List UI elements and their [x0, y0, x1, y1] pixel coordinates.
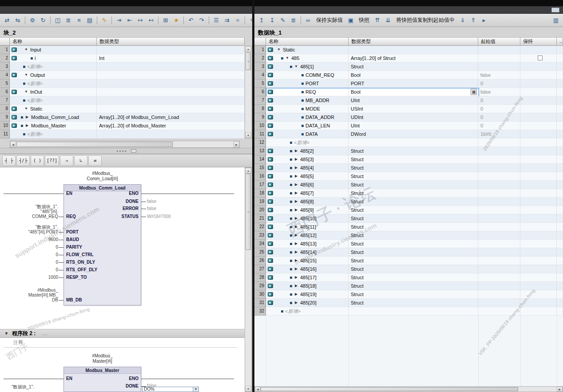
table-row[interactable]: 9▶Modbus_Comm_LoadArray[1..20] of Modbus… — [0, 113, 245, 122]
table-row[interactable]: 21▶485[10]Struct — [254, 214, 563, 223]
network-2-header[interactable]: ▼程序段 2 :.... — [0, 329, 245, 338]
start-value[interactable] — [478, 240, 520, 248]
expand-icon[interactable]: ▶ — [294, 198, 298, 206]
network-comment[interactable]: 注释 — [13, 339, 23, 346]
dropdown-arrow-icon[interactable]: ▼ — [193, 387, 198, 392]
pin-value[interactable]: false — [147, 206, 156, 211]
table-row[interactable]: 22▶485[11]Struct — [254, 223, 563, 231]
absolute-operands-icon[interactable]: ≈ — [233, 16, 242, 25]
expand-icon[interactable]: ▶ — [294, 155, 298, 163]
start-value[interactable]: 0 — [478, 122, 520, 130]
table-row[interactable]: 13▶485[2]Struct — [254, 147, 563, 155]
table-row[interactable]: 1▼Input — [0, 46, 245, 54]
column-header[interactable]: 数据类型 — [349, 37, 478, 46]
table-row[interactable]: 11DATADWord16#0 — [254, 130, 563, 139]
split-editor-icon[interactable]: ◫ — [53, 16, 63, 25]
start-value[interactable] — [478, 214, 520, 223]
operand[interactable]: "数据块_1"."485"[#i].PORT — [6, 225, 58, 234]
column-header[interactable]: 起始值 — [478, 37, 520, 46]
column-header[interactable]: 名称 — [266, 37, 349, 46]
start-value[interactable] — [478, 265, 520, 273]
table-row[interactable]: 15▶485[4]Struct — [254, 164, 563, 172]
table-row[interactable]: 24▶485[13]Struct — [254, 240, 563, 248]
scroll-thumb[interactable] — [16, 142, 173, 147]
table-row[interactable]: 14▶485[3]Struct — [254, 155, 563, 164]
db-hscrollbar[interactable]: ◀▶ — [254, 386, 563, 392]
expand-icon[interactable]: ▶ — [294, 299, 298, 307]
column-header[interactable]: 数据类型 — [97, 37, 245, 46]
comment-icon[interactable]: ✎ — [99, 16, 109, 25]
table-row[interactable]: 27▶485[16]Struct — [254, 265, 563, 273]
table-row[interactable]: 2iInt — [0, 54, 245, 63]
table-row[interactable]: 19▶485[8]Struct — [254, 198, 563, 206]
start-value[interactable]: 0 — [478, 113, 520, 122]
start-value[interactable] — [478, 299, 520, 307]
snapshot-camera-icon[interactable]: ▣ — [346, 16, 356, 25]
pin-value[interactable]: W#16#7000 — [147, 214, 171, 219]
start-value[interactable] — [478, 139, 520, 147]
instance-label[interactable]: Master[#i] — [63, 359, 141, 364]
start-value[interactable] — [478, 198, 520, 206]
sync-online-icon[interactable]: ↻ — [38, 16, 48, 25]
panel-divider[interactable] — [252, 0, 254, 392]
start-value[interactable]: false — [478, 88, 520, 96]
expand-icon[interactable]: ▶ — [294, 164, 298, 172]
table-row[interactable]: 3<新增> — [0, 63, 245, 71]
table-row[interactable]: 8▼Static — [0, 105, 245, 113]
scroll-thumb[interactable]: ≡ — [246, 174, 251, 250]
table-row[interactable]: 5PORTPORT0 — [254, 79, 563, 88]
collapse-icon[interactable]: ▼ — [285, 54, 289, 62]
operand[interactable]: 1000 — [6, 275, 58, 280]
expand-icon[interactable]: ▶ — [294, 290, 298, 298]
insert-input-icon[interactable]: ⇥ — [114, 16, 124, 25]
scroll-right-icon[interactable]: ▶ — [557, 387, 563, 392]
edit-mode-icon[interactable]: ✎ — [278, 16, 288, 25]
expand-icon[interactable]: ▶ — [294, 214, 298, 222]
copy-actuals-to-snapshots-icon[interactable]: ⇊ — [383, 16, 393, 25]
update-block-call-icon[interactable]: ⇆ — [13, 16, 23, 25]
collapse-icon[interactable]: ▼ — [24, 88, 28, 96]
insert-network-icon[interactable]: ≣ — [63, 16, 73, 25]
table-row[interactable]: 8MODEUSInt0 — [254, 105, 563, 113]
table-row[interactable]: 17▶485[6]Struct — [254, 181, 563, 189]
start-value[interactable] — [478, 248, 520, 257]
operand[interactable]: #Modbus_Master[#i].MB_DB — [6, 288, 58, 302]
table-row[interactable]: 9DATA_ADDRUDInt0 — [254, 113, 563, 122]
column-header[interactable]: ... — [557, 37, 563, 46]
compile-icon[interactable]: ⚙ — [28, 16, 37, 25]
start-value[interactable]: 0 — [478, 105, 520, 113]
start-value[interactable] — [478, 147, 520, 155]
start-value[interactable]: 0 — [478, 79, 520, 88]
load-start-values-icon[interactable]: ⇓ — [458, 16, 468, 25]
table-row[interactable]: 18▶485[7]Struct — [254, 189, 563, 198]
start-value[interactable] — [478, 206, 520, 214]
table-row[interactable]: 23▶485[12]Struct — [254, 231, 563, 240]
operand-dropdown[interactable]: DO%▼ — [142, 387, 199, 392]
operand[interactable]: "数据块_1". — [12, 384, 34, 389]
expand-icon[interactable]: ▶ — [25, 113, 29, 121]
call-structure-icon[interactable]: ☰ — [211, 16, 221, 25]
window-control-icon[interactable] — [551, 8, 559, 12]
editor-splitter[interactable] — [0, 148, 253, 154]
snapshot-button[interactable]: 快照 — [357, 16, 372, 25]
table-row[interactable]: 6▼InOut — [0, 88, 245, 96]
append-row-icon[interactable]: ↧ — [267, 16, 277, 25]
expand-icon[interactable]: ▶ — [294, 248, 298, 256]
table-row[interactable]: 6REQBoolfalse▦ — [254, 88, 563, 96]
monitor-all-icon[interactable]: ∞ — [303, 16, 313, 25]
interface-vscrollbar[interactable]: ▲▼≡ — [245, 46, 252, 139]
table-row[interactable]: 7<新增> — [0, 96, 245, 105]
scroll-down-icon[interactable]: ▼ — [245, 132, 251, 138]
start-value[interactable]: 16#0 — [478, 130, 520, 139]
table-row[interactable]: 25▶485[14]Struct — [254, 248, 563, 257]
copy-snapshots-to-actuals-icon[interactable]: ⇈ — [373, 16, 382, 25]
start-value[interactable] — [478, 46, 520, 54]
scroll-up-icon[interactable]: ▲ — [245, 46, 251, 52]
operand[interactable]: 0 — [6, 260, 58, 265]
expand-members-icon[interactable]: ≣ — [289, 16, 298, 25]
start-value[interactable] — [478, 54, 520, 63]
pin-value[interactable]: false — [147, 199, 156, 204]
scroll-left-icon[interactable]: ◀ — [10, 141, 16, 147]
browse-button[interactable]: ▦ — [471, 89, 477, 95]
table-row[interactable]: 5<新增> — [0, 79, 245, 88]
